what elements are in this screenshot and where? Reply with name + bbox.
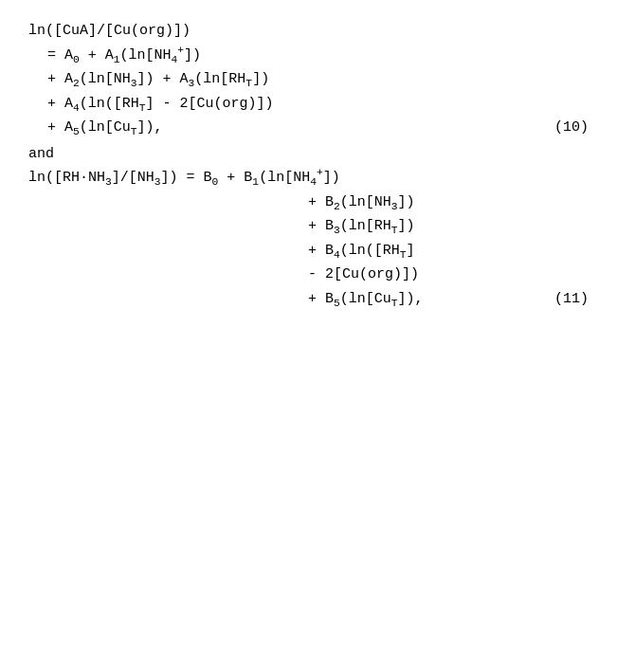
main-content: ln([CuA]/[Cu(org)]) = A0 + A1(ln[NH4+]) … [28, 19, 589, 311]
and-label: and [28, 142, 54, 167]
eq1-line2-text: = A0 + A1(ln[NH4+]) [47, 44, 201, 68]
eq2-line6: + B5(ln[CuT]), (11) [28, 287, 589, 312]
eq2-line1: ln([RH·NH3]/[NH3]) = B0 + B1(ln[NH4+]) [28, 166, 589, 191]
eq1-line2: = A0 + A1(ln[NH4+]) [28, 44, 589, 68]
eq2-line4: + B4(ln([RHT] [28, 239, 589, 263]
eq2-line3: + B3(ln[RHT]) [28, 214, 589, 239]
eq2-line3-text: + B3(ln[RHT]) [308, 214, 415, 239]
eq2-line4-text: + B4(ln([RHT] [308, 239, 415, 263]
eq2-line5: - 2[Cu(org)]) [28, 263, 589, 287]
and-text-line: and [28, 142, 589, 167]
eq1-line5: + A5(ln[CuT]), (10) [28, 116, 589, 140]
eq1-line4-text: + A4(ln([RHT] - 2[Cu(org)]) [47, 92, 274, 117]
eq2-number: (11) [554, 287, 589, 312]
eq2-line5-text: - 2[Cu(org)]) [308, 263, 419, 287]
eq1-line1: ln([CuA]/[Cu(org)]) [28, 19, 589, 44]
eq1-line5-text: + A5(ln[CuT]), [47, 116, 163, 140]
eq1-line3-text: + A2(ln[NH3]) + A3(ln[RHT]) [47, 67, 269, 92]
eq1-line4: + A4(ln([RHT] - 2[Cu(org)]) [28, 92, 589, 117]
eq1-lhs: ln([CuA]/[Cu(org)]) [28, 19, 191, 44]
eq2-line2-text: + B2(ln[NH3]) [308, 191, 415, 215]
eq2-line2: + B2(ln[NH3]) [28, 191, 589, 215]
eq2-lhs: ln([RH·NH3]/[NH3]) = B0 + B1(ln[NH4+]) [28, 166, 340, 191]
eq1-number: (10) [554, 116, 589, 140]
eq2-line6-text: + B5(ln[CuT]), [308, 287, 424, 312]
eq1-line3: + A2(ln[NH3]) + A3(ln[RHT]) [28, 67, 589, 92]
